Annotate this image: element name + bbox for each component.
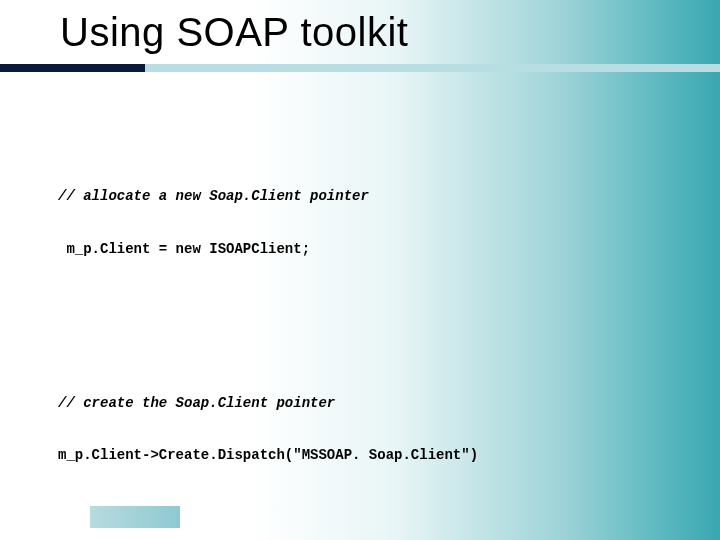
underline-light-segment [145, 64, 720, 72]
code-comment: // allocate a new Soap.Client pointer [58, 188, 668, 206]
footer-accent [90, 506, 180, 528]
underline-dark-segment [0, 64, 145, 72]
code-line: m_p.Client = new ISOAPClient; [58, 241, 668, 259]
title-underline [0, 64, 720, 74]
code-block-create: // create the Soap.Client pointer m_p.Cl… [58, 360, 668, 500]
code-block-allocate: // allocate a new Soap.Client pointer m_… [58, 153, 668, 293]
code-area: // allocate a new Soap.Client pointer m_… [58, 118, 668, 540]
slide-title: Using SOAP toolkit [60, 10, 408, 55]
code-comment: // create the Soap.Client pointer [58, 395, 668, 413]
slide: Using SOAP toolkit // allocate a new Soa… [0, 0, 720, 540]
code-line: m_p.Client->Create.Dispatch("MSSOAP. Soa… [58, 447, 668, 465]
